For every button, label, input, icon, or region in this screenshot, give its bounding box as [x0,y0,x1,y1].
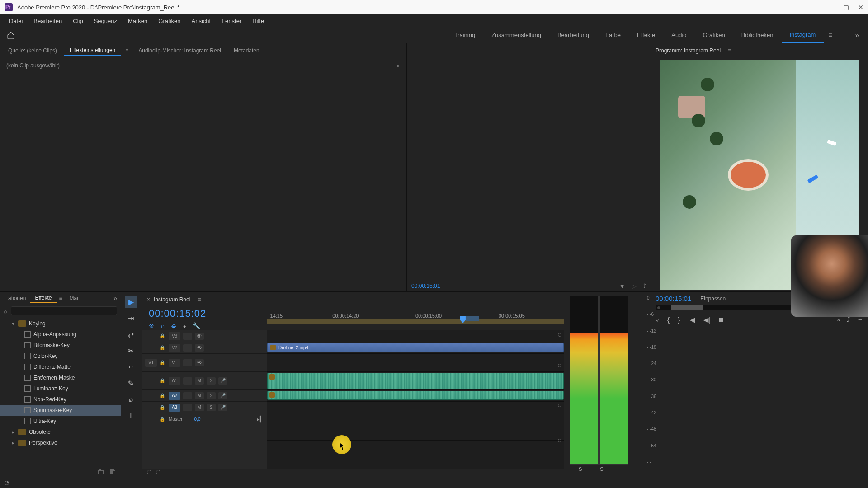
workspace-training[interactable]: Training [446,27,483,43]
effect-alpha-adjust[interactable]: Alpha-Anpassung [0,329,121,340]
program-panel-menu-icon[interactable]: ≡ [725,47,734,54]
effects-tab-menu-icon[interactable]: ≡ [57,295,65,301]
tab-source[interactable]: Quelle: (keine Clips) [3,46,62,56]
program-timecode[interactable]: 00:00:15:01 [656,295,691,302]
timeline-tab-close-icon[interactable]: × [147,296,150,303]
clip-drohne-2[interactable]: Drohne_2.mp4 [267,343,564,352]
timeline-sequence-name[interactable]: Instagram Reel [154,296,190,303]
play-button[interactable]: ■ [719,315,724,324]
clip-audio-a2[interactable] [267,391,564,400]
audio-meter-right[interactable] [599,296,628,465]
workspace-libraries[interactable]: Bibliotheken [733,27,782,43]
master-level-value[interactable]: 0,0 [194,417,201,422]
timeline-timecode[interactable]: 00:00:15:02 [149,308,261,319]
effect-controls-expand-icon[interactable]: ▸ [397,62,400,69]
effect-track-matte-key[interactable]: Spurmaske-Key [0,405,121,416]
effect-ultra-key[interactable]: Ultra-Key [0,416,121,427]
maximize-button[interactable]: ▢ [843,4,849,11]
track-header-a2[interactable]: 🔒A2MS🎤 [142,390,267,402]
track-header-v1[interactable]: V1🔒V1👁 [142,354,267,372]
effect-remove-matte[interactable]: Entfernen-Maske [0,372,121,383]
track-header-a1[interactable]: 🔒A1MS🎤 [142,372,267,390]
tabs-overflow-button[interactable]: » [113,295,117,302]
source-timecode[interactable]: 00:00:15:01 [411,283,440,289]
delete-icon[interactable]: 🗑 [109,468,116,476]
workspace-audio[interactable]: Audio [663,27,694,43]
audio-meter-left[interactable] [570,296,599,465]
work-area-bar[interactable] [267,319,564,324]
workspace-graphics[interactable]: Grafiken [695,27,733,43]
menu-view[interactable]: Ansicht [186,18,216,24]
clip-audio-a1[interactable] [267,373,564,389]
slip-tool[interactable]: ↔ [125,361,137,373]
folder-obsolete[interactable]: ▸Obsolete [0,427,121,437]
tab-audio-mixer[interactable]: Audioclip-Mischer: Instagram Reel [133,46,226,56]
track-select-tool[interactable]: ⇥ [125,312,137,324]
step-back-button[interactable]: ◀| [703,316,711,324]
menu-help[interactable]: Hilfe [247,18,269,24]
timeline-settings-icon[interactable]: ⬥ [183,322,186,329]
program-zoom-level[interactable]: Einpassen [700,296,726,302]
tab-effect-controls[interactable]: Effekteinstellungen [64,45,121,56]
snap-icon[interactable]: ※ [149,322,154,329]
workspace-overflow-button[interactable]: » [837,31,868,39]
track-header-v2[interactable]: 🔒V2👁 [142,342,267,354]
effect-non-red-key[interactable]: Non-Red-Key [0,394,121,405]
filter-icon[interactable]: ▼ [619,282,625,290]
go-to-in-button[interactable]: |◀ [688,316,695,324]
effect-luma-key[interactable]: Luminanz-Key [0,383,121,394]
minimize-button[interactable]: — [828,4,834,11]
track-header-a3[interactable]: 🔒A3MS🎤 [142,402,267,413]
mark-out-button[interactable]: } [678,316,680,324]
add-marker-button[interactable]: ▿ [656,316,659,324]
tab-partial-right[interactable]: Mar [65,294,84,302]
linked-selection-icon[interactable]: ∩ [160,322,165,329]
timeline-wrench-icon[interactable]: 🔧 [193,322,200,329]
menu-file[interactable]: Datei [4,18,28,24]
menu-graphics[interactable]: Grafiken [153,18,186,24]
selection-tool[interactable]: ▶ [125,296,137,308]
tab-effects[interactable]: Effekte [30,294,56,303]
effect-difference-matte[interactable]: Differenz-Matte [0,361,121,372]
zoom-tool[interactable]: ⌕ [125,393,137,406]
mark-in-button[interactable]: { [667,316,670,324]
workspace-assembly[interactable]: Zusammenstellung [483,27,549,43]
workspace-color[interactable]: Farbe [597,27,629,43]
type-tool[interactable]: T [125,409,137,422]
workspace-effects[interactable]: Effekte [629,27,663,43]
effect-image-matte-key[interactable]: Bildmaske-Key [0,340,121,351]
export-frame-icon[interactable]: ⤴ [643,282,646,290]
menu-sequence[interactable]: Sequenz [89,18,123,24]
menu-window[interactable]: Fenster [216,18,247,24]
workspace-menu-icon[interactable]: ≡ [824,31,837,39]
ripple-edit-tool[interactable]: ⇄ [125,328,137,341]
new-bin-icon[interactable]: 🗀 [97,468,104,476]
home-button[interactable] [4,28,18,42]
track-header-v3[interactable]: 🔒V3👁 [142,330,267,342]
effects-tree[interactable]: ▾Keying Alpha-Anpassung Bildmaske-Key Co… [0,317,121,466]
effects-search-input[interactable] [11,306,117,315]
playhead[interactable] [463,308,463,484]
workspace-editing[interactable]: Bearbeitung [549,27,597,43]
solo-left-button[interactable]: S [579,466,582,472]
close-window-button[interactable]: ✕ [858,4,863,11]
timeline-zoom-scrollbar[interactable] [142,469,564,476]
program-viewer[interactable] [656,60,863,290]
solo-right-button[interactable]: S [600,466,603,472]
menu-clip[interactable]: Clip [67,18,88,24]
tab-partial-left[interactable]: ationen [4,294,30,302]
add-marker-icon[interactable]: ⬙ [171,322,176,329]
track-header-master[interactable]: 🔒 Master 0,0 ▸▎ [142,413,267,425]
folder-per
perspective[interactable]: ▸Perspektive [0,437,121,448]
timeline-ruler[interactable]: 14:15 00:00:14:20 00:00:15:00 00:00:15:0… [267,306,564,320]
effect-color-key[interactable]: Color-Key [0,351,121,361]
razor-tool[interactable]: ✂ [125,344,137,357]
pen-tool[interactable]: ✎ [125,377,137,389]
play-forward-icon[interactable]: ▷ [632,282,637,290]
menu-markers[interactable]: Marken [123,18,153,24]
go-to-end-icon[interactable]: ▸▎ [257,416,264,422]
folder-keying[interactable]: ▾Keying [0,318,121,329]
tab-metadata[interactable]: Metadaten [228,46,265,56]
track-content-area[interactable]: Drohne_2.mp4 [267,330,564,469]
workspace-instagram[interactable]: Instagram [782,27,824,43]
